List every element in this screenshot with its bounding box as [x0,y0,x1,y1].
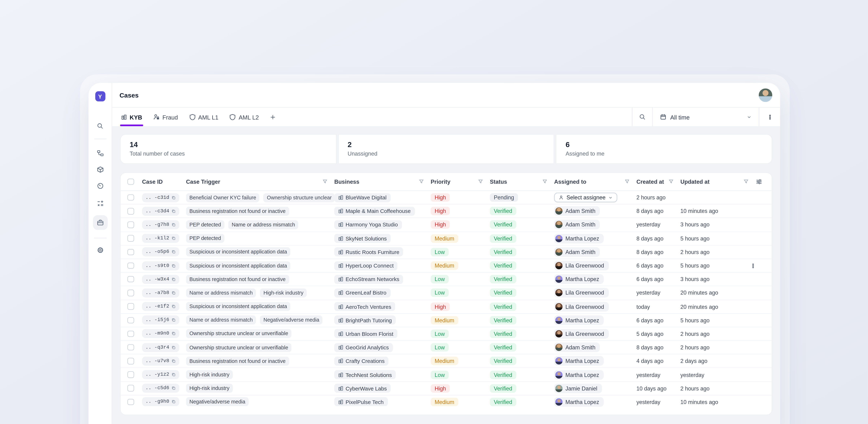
business-chip[interactable]: GeoGrid Analytics [334,343,393,352]
case-id-chip[interactable]: .. -w3x4 [142,275,180,284]
table-row[interactable]: .. -s9t0Suspicious or inconsistent appli… [121,259,772,272]
assignee-chip[interactable]: Lila Greenwood [554,261,609,270]
history-icon[interactable] [93,178,107,193]
table-row[interactable]: .. -i5j6Name or address mismatchNegative… [121,313,772,327]
row-menu-kebab-icon[interactable] [750,263,756,268]
table-search-button[interactable] [632,108,652,126]
business-chip[interactable]: Crafty Creations [334,357,389,366]
table-row[interactable]: .. -g9h0Negative/adverse mediaPixelPulse… [121,395,772,409]
business-chip[interactable]: GreenLeaf Bistro [334,288,390,297]
package-icon[interactable] [93,162,107,177]
assignee-chip[interactable]: Adam Smith [554,343,600,352]
case-id-chip[interactable]: .. -s9t0 [142,261,180,270]
table-row[interactable]: .. -e1f2Suspicious or inconsistent appli… [121,299,772,313]
user-avatar[interactable] [759,88,772,102]
row-checkbox[interactable] [127,385,134,392]
table-row[interactable]: .. -q3r4Ownership structure unclear or u… [121,340,772,354]
business-chip[interactable]: Rustic Roots Furniture [334,248,403,257]
select-assignee-button[interactable]: Select assignee [554,193,617,202]
row-checkbox[interactable] [127,194,134,201]
filter-funnel-icon[interactable] [744,179,749,184]
business-chip[interactable]: EchoStream Networks [334,275,403,284]
table-row[interactable]: .. -c3d4Business registration not found … [121,204,772,218]
table-row[interactable]: .. -m9n0Ownership structure unclear or u… [121,327,772,340]
business-chip[interactable]: Maple & Main Coffeehouse [334,206,415,216]
business-chip[interactable]: Urban Bloom Florist [334,329,397,338]
assignee-chip[interactable]: Adam Smith [554,206,600,216]
row-checkbox[interactable] [127,358,134,364]
assignee-chip[interactable]: Adam Smith [554,247,600,257]
assignee-chip[interactable]: Martha Lopez [554,370,604,380]
tab-fraud[interactable]: Fraud [154,108,178,126]
tab-aml-l2[interactable]: AML L2 [229,108,259,126]
table-row[interactable]: .. -y1z2High-risk industryTechNest Solut… [121,367,772,381]
business-chip[interactable]: SkyNet Solutions [334,234,391,243]
column-header-created[interactable]: Created at [637,178,680,185]
table-row[interactable]: .. -u7v8Business registration not found … [121,354,772,367]
table-row[interactable]: .. -k1l2PEP detectedSkyNet SolutionsMedi… [121,231,772,245]
business-chip[interactable]: HyperLoop Connect [334,261,398,270]
case-id-chip[interactable]: .. -u7v8 [142,357,180,366]
app-logo[interactable]: Y [95,91,105,101]
select-all-checkbox[interactable] [127,178,134,185]
tab-kyb[interactable]: KYB [121,108,142,126]
copy-icon[interactable] [172,304,176,309]
filter-funnel-icon[interactable] [542,179,547,184]
row-checkbox[interactable] [127,262,134,269]
add-tab-button[interactable] [270,114,276,120]
assignee-chip[interactable]: Jamie Daniel [554,384,602,393]
assignee-chip[interactable]: Lila Greenwood [554,288,609,298]
case-id-chip[interactable]: .. -i5j6 [142,316,180,325]
column-header-assigned[interactable]: Assigned to [554,178,637,185]
copy-icon[interactable] [172,386,176,390]
copy-icon[interactable] [172,345,176,350]
copy-icon[interactable] [172,331,176,336]
table-row[interactable]: .. -a7b8Name or address mismatchHigh-ris… [121,286,772,299]
row-checkbox[interactable] [127,344,134,351]
case-id-chip[interactable]: .. -q3r4 [142,343,180,352]
business-chip[interactable]: Harmony Yoga Studio [334,220,402,229]
business-chip[interactable]: AeroTech Ventures [334,302,395,311]
business-chip[interactable]: PixelPulse Tech [334,397,388,406]
assignee-chip[interactable]: Martha Lopez [554,356,604,366]
copy-icon[interactable] [172,236,176,241]
row-checkbox[interactable] [127,222,134,228]
table-row[interactable]: .. -g7h8PEP detectedName or address mism… [121,218,772,231]
case-id-chip[interactable]: .. -e1f2 [142,302,180,311]
column-header-id[interactable]: Case ID [142,178,186,185]
date-filter-dropdown[interactable]: All time [652,108,759,126]
business-chip[interactable]: CyberWave Labs [334,384,391,393]
copy-icon[interactable] [172,250,176,254]
more-options-button[interactable] [759,108,780,126]
gear-icon[interactable] [93,243,107,257]
column-header-business[interactable]: Business [334,178,431,185]
row-checkbox[interactable] [127,317,134,323]
assignee-chip[interactable]: Martha Lopez [554,234,604,243]
row-checkbox[interactable] [127,208,134,214]
workflow-icon[interactable] [93,146,107,160]
case-id-chip[interactable]: .. -g9h0 [142,397,180,406]
case-id-chip[interactable]: .. -m9n0 [142,329,180,338]
row-checkbox[interactable] [127,235,134,241]
case-id-chip[interactable]: .. -o5p6 [142,248,180,257]
row-checkbox[interactable] [127,330,134,337]
case-id-chip[interactable]: .. -c31d [142,193,180,202]
business-chip[interactable]: BrightPath Tutoring [334,316,396,325]
filter-funnel-icon[interactable] [322,179,328,184]
copy-icon[interactable] [172,318,176,322]
copy-icon[interactable] [172,195,176,200]
business-chip[interactable]: BlueWave Digital [334,193,391,202]
filter-funnel-icon[interactable] [625,179,630,184]
column-header-priority[interactable]: Priority [431,178,490,185]
filter-funnel-icon[interactable] [478,179,483,184]
case-id-chip[interactable]: .. -c3d4 [142,206,180,216]
column-header-trigger[interactable]: Case Trigger [186,178,334,185]
table-row[interactable]: .. -w3x4Business registration not found … [121,272,772,286]
copy-icon[interactable] [172,291,176,295]
assignee-chip[interactable]: Martha Lopez [554,274,604,284]
tab-aml-l1[interactable]: AML L1 [189,108,218,126]
row-checkbox[interactable] [127,290,134,296]
case-id-chip[interactable]: .. -g7h8 [142,220,180,229]
table-row[interactable]: .. -c31dBeneficial Owner KYC failureOwne… [121,191,772,204]
column-settings-icon[interactable] [756,178,762,185]
